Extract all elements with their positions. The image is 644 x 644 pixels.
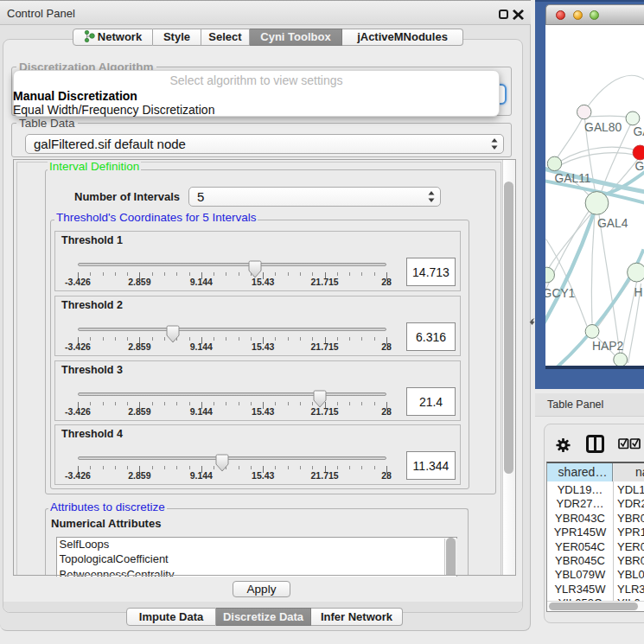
svg-text:GCY1: GCY1	[545, 286, 576, 300]
svg-text:GAL11: GAL11	[554, 171, 590, 185]
svg-text:GA: GA	[634, 124, 644, 138]
svg-text:H: H	[634, 285, 643, 299]
svg-text:GAL80: GAL80	[584, 120, 622, 134]
svg-text:HAP2: HAP2	[592, 339, 623, 353]
svg-text:G: G	[635, 159, 644, 173]
svg-text:GAL4: GAL4	[597, 216, 628, 230]
